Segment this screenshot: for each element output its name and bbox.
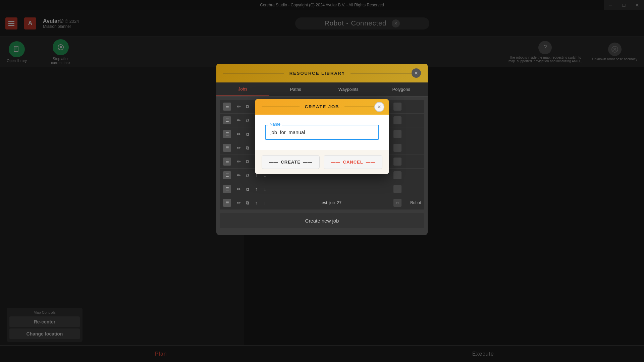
row-icon: ☰ bbox=[223, 103, 231, 111]
resource-library-close-button[interactable]: ✕ bbox=[412, 68, 421, 78]
edit-button[interactable]: ✏ bbox=[235, 103, 243, 110]
tab-paths[interactable]: Paths bbox=[269, 82, 322, 96]
row-type-icon: □ bbox=[393, 199, 401, 207]
rl-title-line-right bbox=[351, 73, 412, 73]
upload-button[interactable]: ↑ bbox=[253, 185, 260, 193]
cancel-btn-decoration: —— bbox=[366, 160, 375, 165]
row-type-icon bbox=[393, 185, 401, 193]
row-icon: ☰ bbox=[223, 199, 231, 207]
create-job-body: Name bbox=[255, 115, 389, 150]
copy-button[interactable]: ⧉ bbox=[244, 117, 251, 124]
create-job-header: CREATE JOB ✕ bbox=[255, 99, 389, 115]
copy-button[interactable]: ⧉ bbox=[244, 144, 251, 152]
row-icon: ☰ bbox=[223, 130, 231, 138]
row-type-icon bbox=[393, 171, 401, 179]
row-type-icon bbox=[393, 103, 401, 111]
create-button[interactable]: —— CREATE —— bbox=[262, 155, 320, 169]
row-actions: ✏ ⧉ ↑ ↓ bbox=[235, 199, 269, 206]
create-btn-label: CREATE bbox=[281, 160, 300, 165]
name-input[interactable] bbox=[265, 125, 379, 140]
edit-button[interactable]: ✏ bbox=[235, 199, 243, 206]
edit-button[interactable]: ✏ bbox=[235, 158, 243, 165]
row-icon: ☰ bbox=[223, 144, 231, 152]
upload-button[interactable]: ↑ bbox=[253, 199, 260, 206]
create-job-footer: —— CREATE —— —— CANCEL —— bbox=[255, 150, 389, 174]
edit-button[interactable]: ✏ bbox=[235, 144, 243, 152]
copy-button[interactable]: ⧉ bbox=[244, 199, 251, 206]
create-job-title: CREATE JOB bbox=[300, 104, 345, 109]
cj-title-line-left bbox=[262, 107, 300, 107]
row-icon: ☰ bbox=[223, 158, 231, 166]
create-job-modal: CREATE JOB ✕ Name —— CREATE —— —— CANCEL… bbox=[255, 99, 389, 174]
row-name: test_job_27 bbox=[271, 200, 391, 205]
download-button[interactable]: ↓ bbox=[261, 199, 269, 206]
resource-library-title-wrapper: RESOURCE LIBRARY bbox=[223, 71, 412, 76]
row-type-icon bbox=[393, 144, 401, 152]
rl-title-line-left bbox=[223, 73, 284, 73]
row-agent: Robot bbox=[404, 200, 421, 205]
row-actions: ✏ ⧉ ↑ ↓ bbox=[235, 185, 269, 193]
cancel-button[interactable]: —— CANCEL —— bbox=[324, 155, 382, 169]
row-icon: ☰ bbox=[223, 171, 231, 179]
row-type-icon bbox=[393, 116, 401, 124]
copy-button[interactable]: ⧉ bbox=[244, 185, 251, 193]
edit-button[interactable]: ✏ bbox=[235, 185, 243, 193]
resource-library-title: RESOURCE LIBRARY bbox=[284, 71, 351, 76]
cancel-btn-decoration: —— bbox=[331, 160, 340, 165]
create-btn-decoration: —— bbox=[269, 160, 278, 165]
edit-button[interactable]: ✏ bbox=[235, 117, 243, 124]
row-type-icon bbox=[393, 130, 401, 138]
copy-button[interactable]: ⧉ bbox=[244, 103, 251, 110]
copy-button[interactable]: ⧉ bbox=[244, 172, 251, 179]
edit-button[interactable]: ✏ bbox=[235, 172, 243, 179]
resource-library-header: RESOURCE LIBRARY ✕ bbox=[216, 64, 428, 82]
row-icon: ☰ bbox=[223, 185, 231, 193]
row-type-icon bbox=[393, 158, 401, 166]
name-label: Name bbox=[268, 122, 282, 127]
create-job-title-wrapper: CREATE JOB bbox=[262, 104, 382, 109]
tab-polygons[interactable]: Polygons bbox=[375, 82, 428, 96]
tab-jobs[interactable]: Jobs bbox=[216, 82, 269, 96]
table-row: ☰ ✏ ⧉ ↑ ↓ bbox=[220, 182, 424, 196]
copy-button[interactable]: ⧉ bbox=[244, 130, 251, 138]
create-job-close-button[interactable]: ✕ bbox=[374, 102, 384, 112]
create-new-job-button[interactable]: Create new job bbox=[220, 213, 424, 228]
row-icon: ☰ bbox=[223, 116, 231, 124]
tab-waypoints[interactable]: Waypoints bbox=[322, 82, 375, 96]
table-row-test-job-27: ☰ ✏ ⧉ ↑ ↓ test_job_27 □ Robot bbox=[220, 196, 424, 210]
resource-library-tabs: Jobs Paths Waypoints Polygons bbox=[216, 82, 428, 97]
edit-button[interactable]: ✏ bbox=[235, 130, 243, 138]
download-button[interactable]: ↓ bbox=[261, 185, 269, 193]
copy-button[interactable]: ⧉ bbox=[244, 158, 251, 165]
name-field: Name bbox=[265, 125, 379, 140]
cancel-btn-label: CANCEL bbox=[343, 160, 363, 165]
create-btn-decoration: —— bbox=[303, 160, 313, 165]
